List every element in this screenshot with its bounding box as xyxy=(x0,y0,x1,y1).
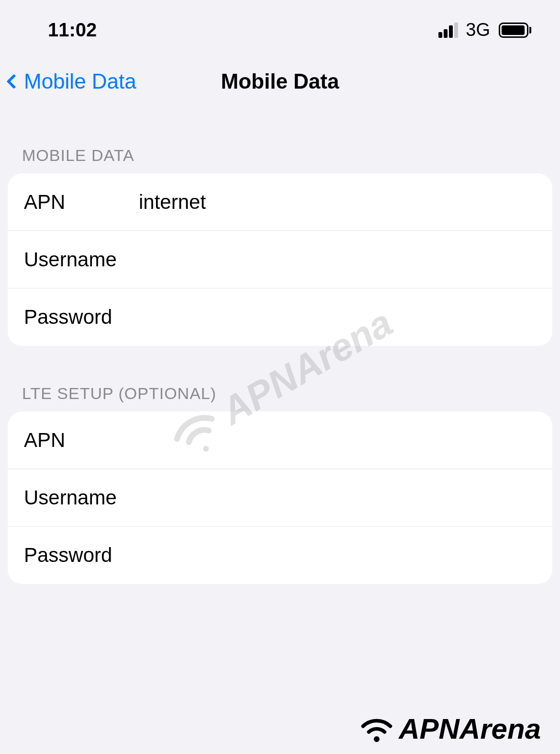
network-type: 3G xyxy=(466,20,490,40)
password-input[interactable] xyxy=(139,306,536,329)
username-input[interactable] xyxy=(139,248,536,271)
status-bar: 11:02 3G xyxy=(0,0,560,50)
battery-icon xyxy=(499,23,531,38)
chevron-left-icon xyxy=(6,74,21,89)
apn-label: APN xyxy=(24,191,139,214)
lte-username-row[interactable]: Username xyxy=(8,469,552,526)
status-right: 3G xyxy=(438,20,531,40)
lte-password-row[interactable]: Password xyxy=(8,526,552,584)
svg-point-0 xyxy=(374,736,380,742)
nav-bar: Mobile Data Mobile Data xyxy=(0,50,560,108)
mobile-data-group: APN Username Password xyxy=(8,173,552,346)
lte-group: APN Username Password xyxy=(8,411,552,584)
username-row[interactable]: Username xyxy=(8,231,552,288)
section-header-lte: LTE SETUP (OPTIONAL) xyxy=(8,346,552,411)
status-time: 11:02 xyxy=(48,19,97,41)
lte-apn-label: APN xyxy=(24,429,139,452)
section-header-mobile-data: MOBILE DATA xyxy=(8,108,552,173)
apn-row[interactable]: APN xyxy=(8,173,552,231)
username-label: Username xyxy=(24,248,139,271)
apn-input[interactable] xyxy=(139,191,536,214)
password-label: Password xyxy=(24,306,139,329)
back-button[interactable]: Mobile Data xyxy=(9,69,136,93)
lte-password-label: Password xyxy=(24,544,139,567)
lte-password-input[interactable] xyxy=(139,544,536,567)
lte-apn-input[interactable] xyxy=(139,429,536,452)
signal-icon xyxy=(438,23,458,38)
brand-text: APNArena xyxy=(399,712,541,745)
lte-username-input[interactable] xyxy=(139,486,536,509)
brand-logo: APNArena xyxy=(358,712,541,745)
lte-username-label: Username xyxy=(24,486,139,509)
password-row[interactable]: Password xyxy=(8,288,552,346)
wifi-icon xyxy=(358,715,396,743)
back-label: Mobile Data xyxy=(24,69,136,93)
content: MOBILE DATA APN Username Password LTE SE… xyxy=(0,108,560,584)
lte-apn-row[interactable]: APN xyxy=(8,411,552,469)
